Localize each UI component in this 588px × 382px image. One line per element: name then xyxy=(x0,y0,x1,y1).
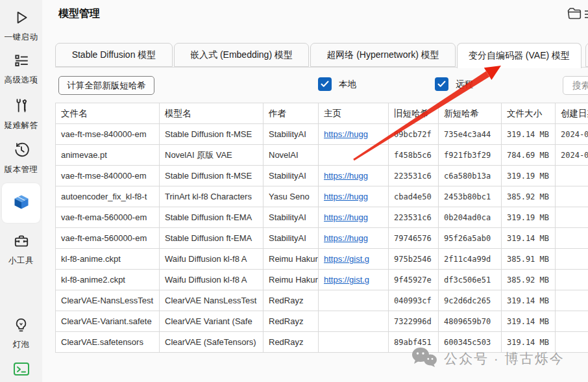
table-row[interactable]: vae-ft-mse-840000-em Stable Diffusion ft… xyxy=(56,166,588,186)
cell-old-hash: 040993cf xyxy=(389,290,439,311)
col-new-hash[interactable]: 新短哈希 xyxy=(439,103,502,124)
col-old-hash[interactable]: 旧短哈希 xyxy=(389,103,439,124)
table-row[interactable]: autoencoder_fix_kl-f8-t TrinArt kl-f8 Ch… xyxy=(56,186,588,207)
search-input[interactable] xyxy=(571,80,588,91)
cell-filename: ClearVAE-NansLessTest xyxy=(56,290,160,311)
cell-file-size: 385.92 MB xyxy=(502,270,556,290)
cell-file-size: 385.91 MB xyxy=(502,249,556,270)
tab-vae-models[interactable]: 变分自编码器 (VAE) 模型 xyxy=(457,43,582,68)
homepage-link[interactable]: https://gist.g xyxy=(324,275,369,285)
col-homepage[interactable]: 主页 xyxy=(319,103,389,124)
col-filename[interactable]: 文件名 xyxy=(56,103,160,124)
version-history-icon xyxy=(0,142,42,161)
cell-filename: ClearVAE.safetensors xyxy=(56,332,160,353)
table-row[interactable]: ClearVAE-Variant.safete ClearVAE Variant… xyxy=(56,311,588,332)
cell-file-size: 319.19 MB xyxy=(502,207,556,228)
cell-new-hash: 0b204ad0ca xyxy=(439,207,502,228)
local-checkbox[interactable] xyxy=(318,77,332,91)
cell-homepage xyxy=(319,311,389,332)
cell-old-hash: f458b5c6 xyxy=(389,145,439,166)
cell-file-size: 319.14 MB xyxy=(502,124,556,145)
cell-new-hash: f921fb3f29 xyxy=(439,145,502,166)
cell-model-name: ClearVAE NansLessTest xyxy=(160,290,263,311)
cell-created xyxy=(556,207,588,228)
sidebar-item-tools[interactable]: 小工具 xyxy=(0,233,42,266)
table-row[interactable]: kl-f8-anime2.ckpt Waifu Diffusion kl-f8 … xyxy=(56,270,588,290)
watermark-text: 公众号 · 博古烁今 xyxy=(444,350,565,368)
cell-created xyxy=(556,186,588,207)
homepage-link[interactable]: https://hugg xyxy=(324,233,368,243)
homepage-link[interactable]: https://gist.g xyxy=(324,254,369,264)
sidebar-item-label: 高级选项 xyxy=(0,75,42,86)
tab-stable-diffusion-models[interactable]: Stable Diffusion 模型 xyxy=(55,43,173,67)
col-created[interactable]: 创建日期 xyxy=(556,103,588,124)
sidebar-item-model-manager[interactable] xyxy=(2,183,40,223)
col-author[interactable]: 作者 xyxy=(263,103,319,124)
cell-filename: vae-ft-mse-840000-em xyxy=(56,124,160,145)
homepage-link[interactable]: https://hugg xyxy=(324,129,368,139)
cell-created xyxy=(556,270,588,290)
tab-embedding-models[interactable]: 嵌入式 (Embedding) 模型 xyxy=(174,43,309,67)
cell-homepage: https://hugg xyxy=(319,124,389,145)
sidebar-item-troubleshoot[interactable]: 疑难解答 xyxy=(0,97,42,131)
cell-new-hash: 9c2d6dc265 xyxy=(439,290,502,311)
table-row[interactable]: kl-f8-anime.ckpt Waifu Diffusion kl-f8 A… xyxy=(56,249,588,270)
tab-next-partial[interactable] xyxy=(585,43,588,67)
cell-file-size: 319.14 MB xyxy=(502,290,556,311)
cell-created xyxy=(556,249,588,270)
homepage-link[interactable]: https://hugg xyxy=(324,171,368,181)
cell-homepage xyxy=(319,332,389,353)
open-folder-icon[interactable] xyxy=(567,6,582,21)
cell-new-hash: 95f26a5ab0 xyxy=(439,228,502,249)
homepage-link[interactable]: https://hugg xyxy=(324,212,368,222)
cell-created xyxy=(556,311,588,332)
table-row[interactable]: vae-ft-mse-840000-em Stable Diffusion ft… xyxy=(56,124,588,145)
cell-old-hash: 223531c6 xyxy=(389,207,439,228)
cell-author: Reimu Hakure xyxy=(263,249,319,270)
cell-homepage xyxy=(319,145,389,166)
cell-model-name: ClearVAE Variant (Safe xyxy=(160,311,263,332)
table-row[interactable]: vae-ft-ema-560000-em Stable Diffusion ft… xyxy=(56,228,588,249)
cell-model-name: Waifu Diffusion kl-f8 A xyxy=(160,270,263,290)
sidebar: 一键启动 高级选项 疑难解答 版本管理 小工具 灯泡 xyxy=(0,0,42,382)
bulb-icon xyxy=(0,317,42,336)
remote-checkbox-label[interactable]: 远程 xyxy=(456,79,473,90)
local-checkbox-label[interactable]: 本地 xyxy=(339,79,356,90)
cell-author: Reimu Hakure xyxy=(263,270,319,290)
cell-author: Yasu Seno xyxy=(263,186,319,207)
menu-icon[interactable] xyxy=(585,9,588,19)
toolbox-icon xyxy=(0,233,42,252)
cell-old-hash: cbad4e50 xyxy=(389,186,439,207)
compute-short-hash-button[interactable]: 计算全部新版短哈希 xyxy=(58,76,154,95)
sidebar-item-advanced-options[interactable]: 高级选项 xyxy=(0,52,42,86)
table-row[interactable]: ClearVAE-NansLessTest ClearVAE NansLessT… xyxy=(56,290,588,311)
sidebar-item-console[interactable] xyxy=(0,361,42,379)
col-file-size[interactable]: 文件大小 xyxy=(502,103,556,124)
homepage-link[interactable]: https://hugg xyxy=(324,192,368,201)
col-model-name[interactable]: 模型名 xyxy=(160,103,263,124)
cell-author: RedRayz xyxy=(263,290,319,311)
cell-model-name: NovelAI 原版 VAE xyxy=(160,145,263,166)
sidebar-item-launch[interactable]: 一键启动 xyxy=(0,9,42,43)
cell-filename: animevae.pt xyxy=(56,145,160,166)
cell-model-name: Stable Diffusion ft-EMA xyxy=(160,207,263,228)
cell-old-hash: 7322996d xyxy=(389,311,439,332)
sidebar-item-bulb[interactable]: 灯泡 xyxy=(0,317,42,350)
sidebar-item-label: 疑难解答 xyxy=(0,120,42,131)
tab-hypernetwork-models[interactable]: 超网络 (Hypernetwork) 模型 xyxy=(310,43,456,67)
sidebar-item-version-manager[interactable]: 版本管理 xyxy=(0,142,42,175)
remote-checkbox[interactable] xyxy=(435,77,448,91)
cell-file-size: 319.19 MB xyxy=(502,166,556,186)
cell-filename: kl-f8-anime2.ckpt xyxy=(56,270,160,290)
cell-homepage: https://hugg xyxy=(319,186,389,207)
play-icon xyxy=(0,9,42,29)
troubleshoot-icon xyxy=(0,97,42,117)
sidebar-item-label: 灯泡 xyxy=(0,339,42,350)
cell-author: StabilityAI xyxy=(263,124,319,145)
table-row[interactable]: vae-ft-ema-560000-em Stable Diffusion ft… xyxy=(56,207,588,228)
cell-model-name: Waifu Diffusion kl-f8 A xyxy=(160,249,263,270)
page-title: 模型管理 xyxy=(58,7,100,21)
table-row[interactable]: animevae.pt NovelAI 原版 VAE NovelAI f458b… xyxy=(56,145,588,166)
cell-file-size: 319.14 MB xyxy=(502,311,556,332)
cell-old-hash: 79746576 xyxy=(389,228,439,249)
